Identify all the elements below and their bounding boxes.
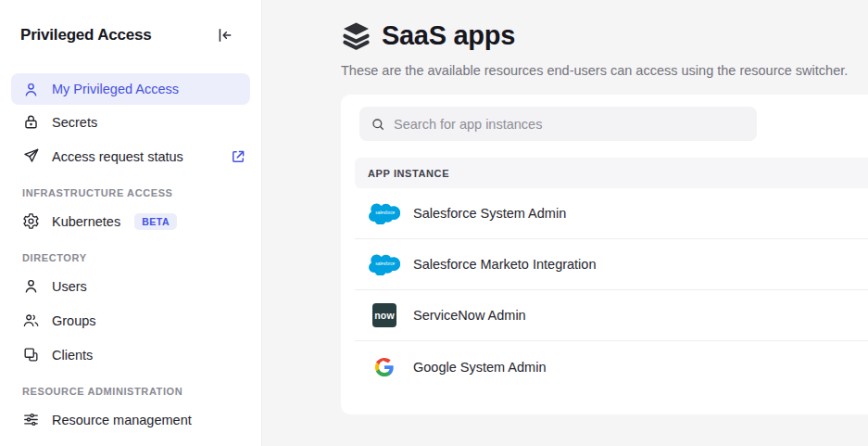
kubernetes-icon	[22, 212, 40, 230]
users-icon	[22, 312, 40, 329]
sidebar-item-label: Clients	[52, 348, 93, 363]
salesforce-logo-icon: salesforce	[369, 202, 400, 224]
svg-text:salesforce: salesforce	[375, 261, 395, 266]
sidebar-item-users[interactable]: Users	[0, 269, 261, 303]
app-instance-name: Salesforce Marketo Integration	[413, 257, 596, 272]
user-icon	[22, 81, 40, 98]
user-icon	[22, 277, 40, 295]
sidebar-item-label: Resource management	[52, 413, 192, 427]
sidebar: Privileged Access My Privileged Access S…	[0, 0, 262, 446]
send-icon	[22, 147, 40, 165]
sidebar-item-secrets[interactable]: Secrets	[0, 105, 261, 139]
table-row[interactable]: now ServiceNow Admin	[355, 290, 868, 341]
main-content: SaaS apps These are the available resour…	[262, 0, 868, 446]
page-subtitle: These are the available resources end-us…	[341, 63, 868, 78]
layers-icon	[341, 20, 371, 51]
app-instance-list: salesforce Salesforce System Admin sales…	[355, 188, 868, 392]
sidebar-item-groups[interactable]: Groups	[0, 303, 261, 338]
sidebar-item-kubernetes[interactable]: Kubernetes BETA	[0, 204, 261, 238]
sidebar-item-label: My Privileged Access	[52, 82, 179, 96]
app-instance-name: Salesforce System Admin	[413, 206, 566, 221]
app-instances-card: APP INSTANCE salesforce Salesforce Syste…	[341, 95, 868, 414]
table-column-header: APP INSTANCE	[355, 158, 868, 188]
sidebar-item-resource-management[interactable]: Resource management	[0, 402, 261, 437]
servicenow-logo-icon: now	[369, 303, 400, 327]
google-logo-icon	[369, 357, 400, 377]
table-row[interactable]: Google System Admin	[355, 341, 868, 392]
table-row[interactable]: salesforce Salesforce Marketo Integratio…	[355, 239, 868, 290]
sidebar-header: Privileged Access	[0, 0, 261, 45]
sidebar-nav: My Privileged Access Secrets Access requ…	[0, 73, 261, 437]
sidebar-item-label: Groups	[52, 313, 96, 328]
sidebar-item-label: Access request status	[52, 149, 183, 164]
section-infrastructure-access: INFRASTRUCTURE ACCESS	[0, 173, 261, 204]
svg-text:salesforce: salesforce	[375, 210, 395, 215]
beta-badge: BETA	[134, 213, 177, 230]
sidebar-item-label: Kubernetes	[52, 214, 120, 229]
sidebar-item-label: Secrets	[52, 115, 97, 130]
search-box[interactable]	[359, 107, 757, 141]
section-resource-administration: RESOURCE ADMINISTRATION	[0, 372, 261, 402]
clients-icon	[22, 346, 40, 363]
page-header: SaaS apps	[341, 20, 868, 51]
app-instance-name: Google System Admin	[413, 360, 546, 375]
sidebar-item-clients[interactable]: Clients	[0, 338, 261, 372]
sliders-icon	[22, 411, 40, 428]
salesforce-logo-icon: salesforce	[369, 253, 400, 275]
lock-icon	[22, 113, 40, 131]
search-icon	[371, 117, 385, 132]
sidebar-item-my-privileged-access[interactable]: My Privileged Access	[11, 73, 250, 105]
page-title: SaaS apps	[382, 20, 515, 51]
sidebar-item-access-request-status[interactable]: Access request status	[0, 139, 261, 173]
sidebar-title: Privileged Access	[20, 26, 152, 45]
external-link-icon[interactable]	[230, 148, 246, 165]
collapse-sidebar-icon[interactable]	[215, 26, 233, 45]
table-row[interactable]: salesforce Salesforce System Admin	[355, 188, 868, 239]
section-directory: DIRECTORY	[0, 238, 261, 269]
search-input[interactable]	[394, 117, 746, 132]
app-instance-name: ServiceNow Admin	[413, 308, 526, 323]
sidebar-item-label: Users	[52, 279, 87, 294]
